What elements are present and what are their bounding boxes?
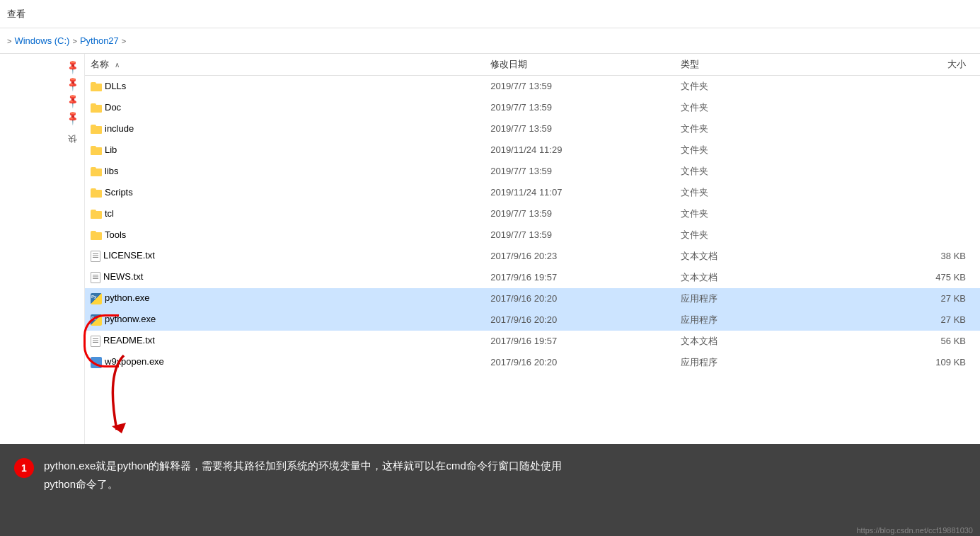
file-table: 名称 ∧ 修改日期 类型 大小 DLLs2019/7/7 13:59文件夹Doc… xyxy=(85,54,980,373)
col-header-name[interactable]: 名称 ∧ xyxy=(85,54,485,76)
cell-name: LICENSE.txt xyxy=(85,246,485,267)
table-row[interactable]: libs2019/7/7 13:59文件夹 xyxy=(85,161,980,182)
txt-icon xyxy=(91,336,100,347)
folder-icon xyxy=(91,82,102,91)
cell-name: libs xyxy=(85,161,485,182)
cell-type: 文件夹 xyxy=(675,76,865,97)
cell-type: 应用程序 xyxy=(675,352,865,373)
main-area: 📌 📌 📌 📌 快 名称 ∧ 修改日期 类型 大小 DLLs2019/7/7 1… xyxy=(0,54,980,444)
cell-date: 2019/7/7 13:59 xyxy=(485,118,675,139)
cell-size xyxy=(865,139,980,161)
table-row[interactable]: Doc2019/7/7 13:59文件夹 xyxy=(85,97,980,118)
url-bar: https://blog.csdn.net/ccf19881030 xyxy=(856,526,973,535)
table-row[interactable]: DLLs2019/7/7 13:59文件夹 xyxy=(85,76,980,97)
cell-size: 475 KB xyxy=(865,267,980,288)
file-name: include xyxy=(105,123,134,134)
cell-size xyxy=(865,224,980,246)
folder-icon xyxy=(91,188,102,198)
file-name: README.txt xyxy=(103,335,155,346)
file-name: tcl xyxy=(105,208,114,219)
cell-name: Doc xyxy=(85,97,485,118)
table-row[interactable]: Tools2019/7/7 13:59文件夹 xyxy=(85,224,980,246)
cell-name: python.exe xyxy=(85,288,485,309)
exe-icon xyxy=(91,357,102,368)
breadcrumb-sep1: > xyxy=(72,37,76,45)
cell-size: 27 KB xyxy=(865,309,980,331)
cell-type: 文件夹 xyxy=(675,182,865,203)
table-row[interactable]: python.exe2017/9/16 20:20应用程序27 KB xyxy=(85,288,980,309)
cell-name: Lib xyxy=(85,139,485,161)
cell-name: README.txt xyxy=(85,331,485,352)
file-name: w9xpopen.exe xyxy=(105,356,164,367)
cell-type: 文本文档 xyxy=(675,246,865,267)
cell-type: 文件夹 xyxy=(675,139,865,161)
pin-icon-4[interactable]: 📌 xyxy=(64,109,81,125)
file-name: LICENSE.txt xyxy=(103,250,155,261)
file-name: Doc xyxy=(105,102,121,113)
cell-name: Tools xyxy=(85,224,485,246)
file-list-area[interactable]: 名称 ∧ 修改日期 类型 大小 DLLs2019/7/7 13:59文件夹Doc… xyxy=(85,54,980,444)
cell-name: tcl xyxy=(85,203,485,224)
cell-type: 文件夹 xyxy=(675,118,865,139)
python-icon xyxy=(91,293,102,304)
table-row[interactable]: Scripts2019/11/24 11:07文件夹 xyxy=(85,182,980,203)
table-header-row: 名称 ∧ 修改日期 类型 大小 xyxy=(85,54,980,76)
table-row[interactable]: README.txt2017/9/16 19:57文本文档56 KB xyxy=(85,331,980,352)
file-name: NEWS.txt xyxy=(103,271,143,282)
cell-type: 文件夹 xyxy=(675,97,865,118)
sort-arrow[interactable]: ∧ xyxy=(115,61,120,69)
cell-name: Scripts xyxy=(85,182,485,203)
folder-icon xyxy=(91,167,102,176)
col-header-date[interactable]: 修改日期 xyxy=(485,54,675,76)
cell-date: 2017/9/16 19:57 xyxy=(485,267,675,288)
file-name: DLLs xyxy=(105,81,126,91)
cell-name: w9xpopen.exe xyxy=(85,352,485,373)
pin-icon-3[interactable]: 📌 xyxy=(64,92,81,108)
pin-icon-1[interactable]: 📌 xyxy=(64,58,81,74)
table-row[interactable]: NEWS.txt2017/9/16 19:57文本文档475 KB xyxy=(85,267,980,288)
file-name: Scripts xyxy=(105,187,133,198)
cell-size: 27 KB xyxy=(865,288,980,309)
cell-name: pythonw.exe xyxy=(85,309,485,331)
cell-size xyxy=(865,118,980,139)
cell-name: NEWS.txt xyxy=(85,267,485,288)
table-row[interactable]: pythonw.exe2017/9/16 20:20应用程序27 KB xyxy=(85,309,980,331)
table-row[interactable]: w9xpopen.exe2017/9/16 20:20应用程序109 KB xyxy=(85,352,980,373)
annotation-overlay: 1 python.exe就是python的解释器，需要将其路径加到系统的环境变量… xyxy=(0,444,980,536)
breadcrumb-python27[interactable]: Python27 xyxy=(80,35,119,46)
table-row[interactable]: tcl2019/7/7 13:59文件夹 xyxy=(85,203,980,224)
cell-date: 2019/7/7 13:59 xyxy=(485,97,675,118)
cell-size xyxy=(865,182,980,203)
cell-date: 2019/11/24 11:29 xyxy=(485,139,675,161)
col-header-type[interactable]: 类型 xyxy=(675,54,865,76)
cell-size: 56 KB xyxy=(865,331,980,352)
pin-icon-2[interactable]: 📌 xyxy=(64,75,81,91)
file-name: python.exe xyxy=(105,292,150,303)
col-header-size[interactable]: 大小 xyxy=(865,54,980,76)
cell-type: 文件夹 xyxy=(675,203,865,224)
cell-date: 2017/9/16 19:57 xyxy=(485,331,675,352)
annotation-text: python.exe就是python的解释器，需要将其路径加到系统的环境变量中，… xyxy=(44,457,562,493)
file-name: pythonw.exe xyxy=(105,314,156,324)
cell-size xyxy=(865,76,980,97)
folder-icon xyxy=(91,210,102,219)
cell-type: 文件夹 xyxy=(675,224,865,246)
table-row[interactable]: Lib2019/11/24 11:29文件夹 xyxy=(85,139,980,161)
cell-date: 2019/7/7 13:59 xyxy=(485,161,675,182)
cell-size xyxy=(865,203,980,224)
table-row[interactable]: LICENSE.txt2017/9/16 20:23文本文档38 KB xyxy=(85,246,980,267)
cell-date: 2019/7/7 13:59 xyxy=(485,76,675,97)
breadcrumb-windows[interactable]: Windows (C:) xyxy=(14,35,69,46)
cell-type: 文本文档 xyxy=(675,331,865,352)
cell-size xyxy=(865,161,980,182)
cell-date: 2019/11/24 11:07 xyxy=(485,182,675,203)
top-bar-label: 查看 xyxy=(7,8,25,21)
cell-type: 应用程序 xyxy=(675,288,865,309)
cell-size: 109 KB xyxy=(865,352,980,373)
table-row[interactable]: include2019/7/7 13:59文件夹 xyxy=(85,118,980,139)
cell-size xyxy=(865,97,980,118)
cell-date: 2017/9/16 20:20 xyxy=(485,309,675,331)
folder-icon xyxy=(91,231,102,240)
breadcrumb-sep0: > xyxy=(7,37,11,45)
annotation-number: 1 xyxy=(14,458,34,478)
